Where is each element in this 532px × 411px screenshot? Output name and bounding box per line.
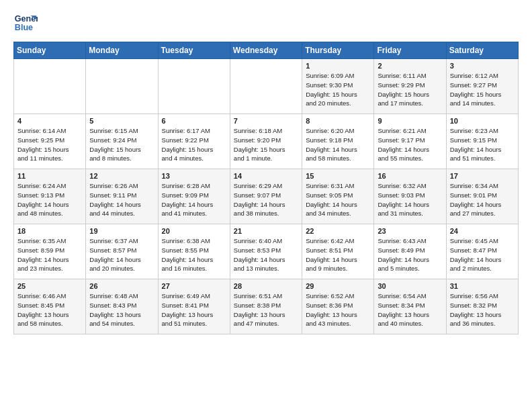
day-info: Sunrise: 6:18 AM Sunset: 9:20 PM Dayligh… — [234, 126, 298, 163]
day-number: 8 — [306, 117, 370, 125]
calendar-week-3: 11Sunrise: 6:24 AM Sunset: 9:13 PM Dayli… — [14, 169, 519, 224]
day-number: 27 — [162, 282, 226, 290]
column-header-saturday: Saturday — [446, 42, 518, 59]
day-number: 15 — [306, 172, 370, 180]
day-info: Sunrise: 6:23 AM Sunset: 9:15 PM Dayligh… — [450, 126, 515, 163]
day-info: Sunrise: 6:40 AM Sunset: 8:53 PM Dayligh… — [234, 236, 298, 273]
day-info: Sunrise: 6:46 AM Sunset: 8:45 PM Dayligh… — [17, 291, 82, 328]
calendar-cell — [230, 59, 302, 114]
calendar-cell — [86, 59, 158, 114]
calendar-cell: 16Sunrise: 6:32 AM Sunset: 9:03 PM Dayli… — [374, 169, 446, 224]
day-info: Sunrise: 6:48 AM Sunset: 8:43 PM Dayligh… — [89, 291, 154, 328]
day-info: Sunrise: 6:54 AM Sunset: 8:34 PM Dayligh… — [378, 291, 442, 328]
day-number: 19 — [89, 227, 154, 235]
calendar-cell: 28Sunrise: 6:51 AM Sunset: 8:38 PM Dayli… — [230, 279, 302, 334]
calendar-cell: 2Sunrise: 6:11 AM Sunset: 9:29 PM Daylig… — [374, 59, 446, 114]
calendar-cell: 27Sunrise: 6:49 AM Sunset: 8:41 PM Dayli… — [158, 279, 230, 334]
day-info: Sunrise: 6:51 AM Sunset: 8:38 PM Dayligh… — [234, 291, 298, 328]
day-info: Sunrise: 6:32 AM Sunset: 9:03 PM Dayligh… — [378, 181, 442, 218]
calendar-cell: 15Sunrise: 6:31 AM Sunset: 9:05 PM Dayli… — [302, 169, 374, 224]
calendar-cell: 30Sunrise: 6:54 AM Sunset: 8:34 PM Dayli… — [374, 279, 446, 334]
day-info: Sunrise: 6:11 AM Sunset: 9:29 PM Dayligh… — [378, 71, 442, 108]
calendar-cell: 9Sunrise: 6:21 AM Sunset: 9:17 PM Daylig… — [374, 114, 446, 169]
calendar-table: SundayMondayTuesdayWednesdayThursdayFrid… — [13, 42, 519, 334]
calendar-cell — [158, 59, 230, 114]
calendar-cell: 25Sunrise: 6:46 AM Sunset: 8:45 PM Dayli… — [14, 279, 86, 334]
day-info: Sunrise: 6:52 AM Sunset: 8:36 PM Dayligh… — [306, 291, 370, 328]
day-info: Sunrise: 6:43 AM Sunset: 8:49 PM Dayligh… — [378, 236, 442, 273]
calendar-header-row: SundayMondayTuesdayWednesdayThursdayFrid… — [14, 42, 519, 59]
calendar-week-4: 18Sunrise: 6:35 AM Sunset: 8:59 PM Dayli… — [14, 224, 519, 279]
day-number: 26 — [89, 282, 154, 290]
day-number: 7 — [234, 117, 298, 125]
day-info: Sunrise: 6:12 AM Sunset: 9:27 PM Dayligh… — [450, 71, 515, 108]
day-info: Sunrise: 6:09 AM Sunset: 9:30 PM Dayligh… — [306, 71, 370, 108]
day-info: Sunrise: 6:26 AM Sunset: 9:11 PM Dayligh… — [89, 181, 154, 218]
day-number: 28 — [234, 282, 298, 290]
day-info: Sunrise: 6:42 AM Sunset: 8:51 PM Dayligh… — [306, 236, 370, 273]
day-info: Sunrise: 6:29 AM Sunset: 9:07 PM Dayligh… — [234, 181, 298, 218]
day-info: Sunrise: 6:49 AM Sunset: 8:41 PM Dayligh… — [162, 291, 226, 328]
svg-text:Blue: Blue — [15, 23, 33, 32]
calendar-cell: 19Sunrise: 6:37 AM Sunset: 8:57 PM Dayli… — [86, 224, 158, 279]
calendar-cell: 13Sunrise: 6:28 AM Sunset: 9:09 PM Dayli… — [158, 169, 230, 224]
day-info: Sunrise: 6:38 AM Sunset: 8:55 PM Dayligh… — [162, 236, 226, 273]
calendar-cell: 26Sunrise: 6:48 AM Sunset: 8:43 PM Dayli… — [86, 279, 158, 334]
day-number: 30 — [378, 282, 442, 290]
calendar-week-1: 1Sunrise: 6:09 AM Sunset: 9:30 PM Daylig… — [14, 59, 519, 114]
day-number: 21 — [234, 227, 298, 235]
day-info: Sunrise: 6:37 AM Sunset: 8:57 PM Dayligh… — [89, 236, 154, 273]
calendar-cell — [14, 59, 86, 114]
day-info: Sunrise: 6:28 AM Sunset: 9:09 PM Dayligh… — [162, 181, 226, 218]
day-info: Sunrise: 6:35 AM Sunset: 8:59 PM Dayligh… — [17, 236, 82, 273]
day-info: Sunrise: 6:15 AM Sunset: 9:24 PM Dayligh… — [89, 126, 154, 163]
calendar-cell: 10Sunrise: 6:23 AM Sunset: 9:15 PM Dayli… — [446, 114, 518, 169]
calendar-week-2: 4Sunrise: 6:14 AM Sunset: 9:25 PM Daylig… — [14, 114, 519, 169]
calendar-cell: 7Sunrise: 6:18 AM Sunset: 9:20 PM Daylig… — [230, 114, 302, 169]
calendar-cell: 6Sunrise: 6:17 AM Sunset: 9:22 PM Daylig… — [158, 114, 230, 169]
day-info: Sunrise: 6:21 AM Sunset: 9:17 PM Dayligh… — [378, 126, 442, 163]
day-number: 4 — [17, 117, 82, 125]
day-info: Sunrise: 6:34 AM Sunset: 9:01 PM Dayligh… — [450, 181, 515, 218]
day-number: 2 — [378, 62, 442, 70]
page-header: General Blue — [13, 11, 519, 35]
calendar-cell: 21Sunrise: 6:40 AM Sunset: 8:53 PM Dayli… — [230, 224, 302, 279]
calendar-cell: 24Sunrise: 6:45 AM Sunset: 8:47 PM Dayli… — [446, 224, 518, 279]
calendar-cell: 3Sunrise: 6:12 AM Sunset: 9:27 PM Daylig… — [446, 59, 518, 114]
day-number: 18 — [17, 227, 82, 235]
day-info: Sunrise: 6:31 AM Sunset: 9:05 PM Dayligh… — [306, 181, 370, 218]
column-header-wednesday: Wednesday — [230, 42, 302, 59]
day-number: 24 — [450, 227, 515, 235]
day-number: 1 — [306, 62, 370, 70]
day-number: 5 — [89, 117, 154, 125]
calendar-cell: 4Sunrise: 6:14 AM Sunset: 9:25 PM Daylig… — [14, 114, 86, 169]
day-number: 16 — [378, 172, 442, 180]
day-number: 23 — [378, 227, 442, 235]
calendar-cell: 5Sunrise: 6:15 AM Sunset: 9:24 PM Daylig… — [86, 114, 158, 169]
day-number: 29 — [306, 282, 370, 290]
column-header-friday: Friday — [374, 42, 446, 59]
column-header-tuesday: Tuesday — [158, 42, 230, 59]
day-number: 6 — [162, 117, 226, 125]
calendar-cell: 14Sunrise: 6:29 AM Sunset: 9:07 PM Dayli… — [230, 169, 302, 224]
day-info: Sunrise: 6:14 AM Sunset: 9:25 PM Dayligh… — [17, 126, 82, 163]
column-header-monday: Monday — [86, 42, 158, 59]
day-number: 17 — [450, 172, 515, 180]
column-header-thursday: Thursday — [302, 42, 374, 59]
calendar-cell: 22Sunrise: 6:42 AM Sunset: 8:51 PM Dayli… — [302, 224, 374, 279]
calendar-week-5: 25Sunrise: 6:46 AM Sunset: 8:45 PM Dayli… — [14, 279, 519, 334]
day-number: 31 — [450, 282, 515, 290]
calendar-cell: 11Sunrise: 6:24 AM Sunset: 9:13 PM Dayli… — [14, 169, 86, 224]
day-number: 20 — [162, 227, 226, 235]
day-info: Sunrise: 6:20 AM Sunset: 9:18 PM Dayligh… — [306, 126, 370, 163]
day-info: Sunrise: 6:56 AM Sunset: 8:32 PM Dayligh… — [450, 291, 515, 328]
day-number: 9 — [378, 117, 442, 125]
calendar-cell: 8Sunrise: 6:20 AM Sunset: 9:18 PM Daylig… — [302, 114, 374, 169]
day-number: 14 — [234, 172, 298, 180]
calendar-cell: 20Sunrise: 6:38 AM Sunset: 8:55 PM Dayli… — [158, 224, 230, 279]
day-info: Sunrise: 6:17 AM Sunset: 9:22 PM Dayligh… — [162, 126, 226, 163]
calendar-cell: 29Sunrise: 6:52 AM Sunset: 8:36 PM Dayli… — [302, 279, 374, 334]
day-number: 13 — [162, 172, 226, 180]
calendar-cell: 17Sunrise: 6:34 AM Sunset: 9:01 PM Dayli… — [446, 169, 518, 224]
day-info: Sunrise: 6:45 AM Sunset: 8:47 PM Dayligh… — [450, 236, 515, 273]
